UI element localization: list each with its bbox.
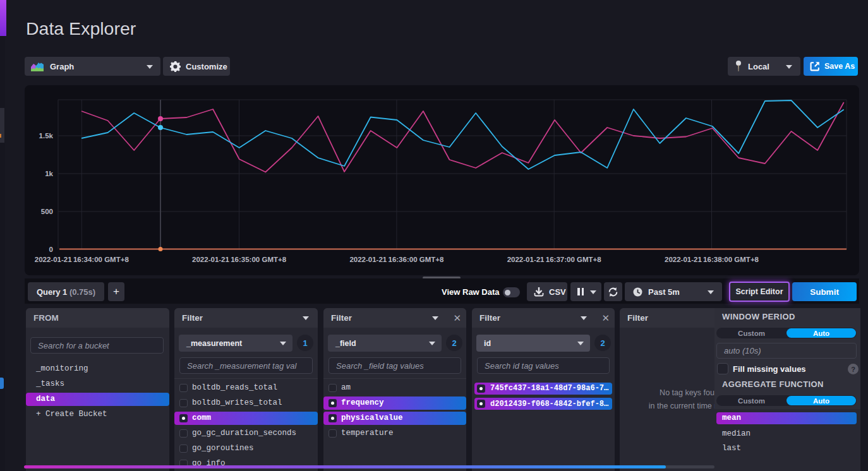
svg-text:0: 0 <box>49 246 53 253</box>
svg-text:2022-01-21 16:35:00 GMT+8: 2022-01-21 16:35:00 GMT+8 <box>192 256 287 263</box>
svg-text:1.5k: 1.5k <box>39 132 54 140</box>
svg-text:1k: 1k <box>45 170 53 177</box>
svg-text:2022-01-21 16:37:00 GMT+8: 2022-01-21 16:37:00 GMT+8 <box>507 256 602 263</box>
svg-text:2022-01-21 16:36:00 GMT+8: 2022-01-21 16:36:00 GMT+8 <box>349 256 444 263</box>
svg-text:500: 500 <box>41 208 53 215</box>
svg-text:2022-01-21 16:38:00 GMT+8: 2022-01-21 16:38:00 GMT+8 <box>665 256 759 263</box>
svg-text:2022-01-21 16:34:00 GMT+8: 2022-01-21 16:34:00 GMT+8 <box>35 256 130 263</box>
